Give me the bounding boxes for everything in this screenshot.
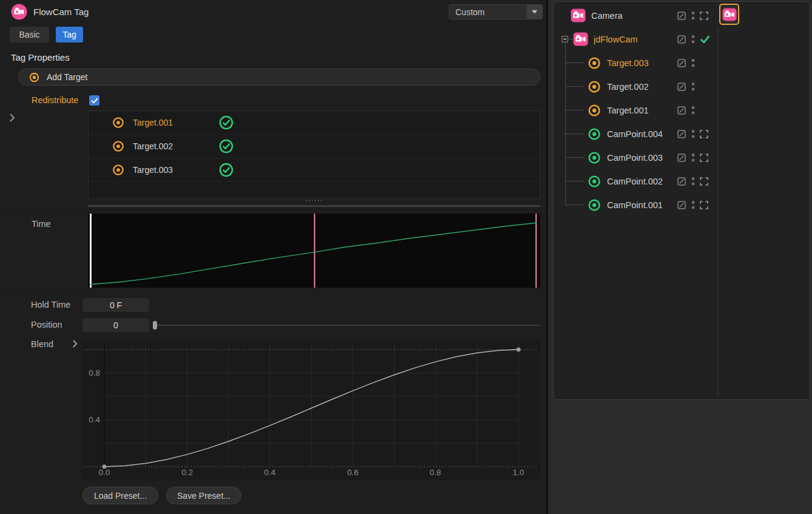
visibility-dots-icon[interactable] bbox=[691, 82, 695, 92]
load-preset-button[interactable]: Load Preset... bbox=[82, 487, 158, 504]
target-name[interactable]: Target.001 bbox=[133, 118, 173, 127]
object-manager-panel: Camera jdFlowCam bbox=[548, 0, 812, 514]
om-row-target001[interactable]: Target.001 bbox=[554, 98, 810, 122]
tab-tag[interactable]: Tag bbox=[56, 27, 83, 42]
edit-toggle-icon[interactable] bbox=[677, 59, 686, 67]
coordinates-icon[interactable] bbox=[700, 154, 708, 162]
enabled-check-icon[interactable] bbox=[218, 162, 234, 178]
blend-expander-icon[interactable] bbox=[73, 340, 79, 348]
om-row-target003[interactable]: Target.003 bbox=[554, 51, 810, 75]
preset-dropdown-value: Custom bbox=[449, 7, 526, 17]
hold-time-label: Hold Time bbox=[31, 300, 70, 309]
tree-connector-line bbox=[565, 205, 584, 205]
visibility-dots-icon[interactable] bbox=[691, 58, 695, 68]
coordinates-icon[interactable] bbox=[700, 177, 708, 186]
attribute-manager-panel: FlowCam Tag Custom Basic Tag Tag Propert… bbox=[0, 0, 548, 514]
redistribute-label: Redistribute bbox=[32, 95, 78, 105]
object-name[interactable]: CamPoint.002 bbox=[607, 177, 663, 186]
panel-title: FlowCam Tag bbox=[33, 7, 89, 17]
coordinates-icon[interactable] bbox=[700, 12, 708, 20]
target-name[interactable]: Target.003 bbox=[133, 165, 173, 175]
section-divider bbox=[0, 209, 548, 210]
object-name[interactable]: Target.003 bbox=[607, 58, 649, 68]
campoint-icon bbox=[587, 174, 602, 189]
tree-connector-line bbox=[565, 157, 584, 158]
time-label: Time bbox=[32, 219, 51, 229]
om-row-campoint002[interactable]: CamPoint.002 bbox=[554, 169, 810, 193]
slider-handle[interactable] bbox=[153, 321, 157, 330]
target-icon bbox=[29, 72, 40, 83]
edit-toggle-icon[interactable] bbox=[677, 177, 686, 186]
object-name[interactable]: jdFlowCam bbox=[594, 35, 638, 44]
x-tick-label: 0.8 bbox=[423, 468, 448, 477]
edit-toggle-icon[interactable] bbox=[677, 12, 686, 20]
target-row[interactable]: Target.002 bbox=[89, 135, 540, 158]
target-name[interactable]: Target.002 bbox=[133, 141, 173, 151]
edit-toggle-icon[interactable] bbox=[677, 154, 686, 162]
y-tick-label: 0.8 bbox=[82, 368, 100, 377]
coordinates-icon[interactable] bbox=[700, 201, 708, 209]
x-tick-label: 1.0 bbox=[506, 468, 531, 477]
save-preset-button[interactable]: Save Preset... bbox=[166, 487, 241, 504]
om-row-campoint004[interactable]: CamPoint.004 bbox=[554, 122, 810, 146]
edit-toggle-icon[interactable] bbox=[677, 35, 686, 44]
object-name[interactable]: CamPoint.001 bbox=[607, 200, 663, 210]
enabled-check-icon[interactable] bbox=[218, 138, 234, 154]
visibility-dots-icon[interactable] bbox=[691, 35, 695, 44]
object-name[interactable]: Target.001 bbox=[607, 106, 649, 115]
object-name[interactable]: CamPoint.003 bbox=[607, 153, 663, 163]
preset-dropdown[interactable]: Custom bbox=[449, 4, 543, 19]
target-row[interactable]: Target.001 bbox=[89, 111, 540, 135]
tree-connector-line bbox=[565, 181, 584, 181]
flowcam-tag-icon bbox=[11, 4, 27, 20]
slider-track[interactable] bbox=[153, 325, 540, 326]
coordinates-icon[interactable] bbox=[700, 130, 708, 138]
collapse-expander-icon[interactable] bbox=[562, 36, 568, 42]
object-name[interactable]: Camera bbox=[591, 11, 623, 21]
section-divider bbox=[0, 293, 548, 293]
object-name[interactable]: CamPoint.004 bbox=[607, 129, 663, 139]
visibility-dots-icon[interactable] bbox=[691, 153, 695, 163]
tab-basic[interactable]: Basic bbox=[10, 27, 49, 42]
om-row-campoint001[interactable]: CamPoint.001 bbox=[554, 193, 810, 217]
enabled-check-icon[interactable] bbox=[700, 35, 710, 44]
edit-toggle-icon[interactable] bbox=[677, 83, 686, 91]
om-row-campoint003[interactable]: CamPoint.003 bbox=[554, 146, 810, 169]
section-title: Tag Properties bbox=[11, 52, 70, 63]
position-slider[interactable] bbox=[153, 318, 540, 332]
blend-graph[interactable]: 0.8 0.4 0.0 0.2 0.4 0.6 0.8 1.0 bbox=[82, 340, 540, 481]
chevron-down-icon[interactable] bbox=[526, 5, 542, 19]
visibility-dots-icon[interactable] bbox=[691, 11, 695, 21]
om-row-target002[interactable]: Target.002 bbox=[554, 75, 810, 98]
camera-icon bbox=[573, 32, 588, 46]
tree-connector-line bbox=[568, 39, 573, 39]
edit-toggle-icon[interactable] bbox=[677, 106, 686, 115]
object-name[interactable]: Target.002 bbox=[607, 82, 649, 92]
horizontal-scrollbar[interactable] bbox=[88, 205, 540, 207]
campoint-icon bbox=[587, 127, 602, 141]
add-target-button[interactable]: Add Target bbox=[18, 69, 540, 86]
target-row[interactable]: Target.003 bbox=[89, 158, 540, 182]
time-curve-svg[interactable] bbox=[88, 214, 540, 288]
x-tick-label: 0.4 bbox=[258, 468, 282, 477]
edit-toggle-icon[interactable] bbox=[677, 130, 686, 138]
visibility-dots-icon[interactable] bbox=[691, 106, 695, 115]
visibility-dots-icon[interactable] bbox=[691, 177, 695, 186]
hold-time-input[interactable]: 0 F bbox=[82, 298, 149, 312]
redistribute-checkbox[interactable] bbox=[89, 95, 99, 106]
enabled-check-icon[interactable] bbox=[218, 115, 234, 130]
visibility-dots-icon[interactable] bbox=[691, 129, 695, 139]
om-row-jdflowcam[interactable]: jdFlowCam bbox=[554, 27, 810, 51]
x-tick-label: 0.2 bbox=[175, 468, 200, 477]
group-expander-icon[interactable] bbox=[10, 113, 17, 122]
visibility-dots-icon[interactable] bbox=[691, 200, 695, 210]
target-icon bbox=[587, 56, 602, 70]
position-input[interactable]: 0 bbox=[82, 318, 149, 332]
blend-curve-svg bbox=[82, 340, 540, 481]
campoint-icon bbox=[587, 198, 602, 212]
add-target-label: Add Target bbox=[47, 72, 87, 82]
edit-toggle-icon[interactable] bbox=[677, 201, 686, 209]
om-row-camera[interactable]: Camera bbox=[554, 4, 810, 27]
resize-grip[interactable]: ······ bbox=[88, 198, 540, 205]
tree-connector-line bbox=[565, 110, 584, 110]
